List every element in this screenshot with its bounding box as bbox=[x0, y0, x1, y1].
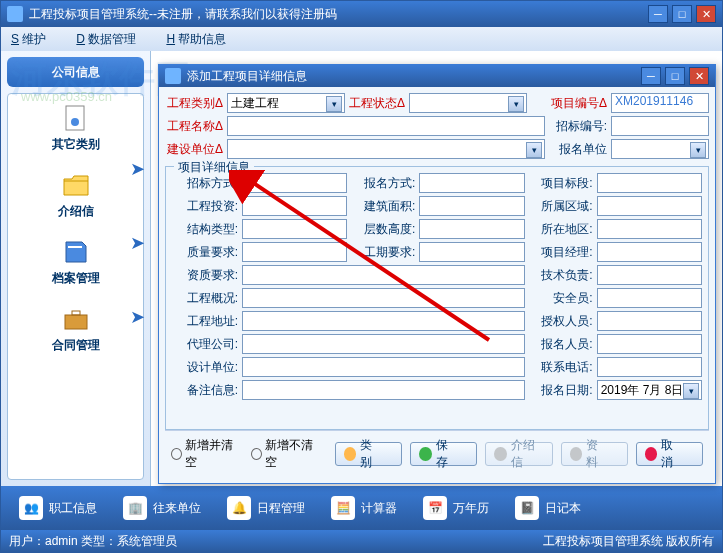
dialog-maximize-button[interactable]: □ bbox=[665, 67, 685, 85]
label-apply-date: 报名日期: bbox=[527, 382, 595, 399]
dialog-close-button[interactable]: ✕ bbox=[689, 67, 709, 85]
folder-icon bbox=[62, 171, 90, 199]
select-apply-unit[interactable] bbox=[611, 139, 709, 159]
input-applicant[interactable] bbox=[597, 334, 702, 354]
input-address[interactable] bbox=[242, 311, 525, 331]
label-design-unit: 设计单位: bbox=[172, 359, 240, 376]
input-section[interactable] bbox=[597, 173, 702, 193]
label-project-number: 项目编号Δ bbox=[551, 95, 609, 112]
input-project-number[interactable]: XM201911146 bbox=[611, 93, 709, 113]
dialog-footer: 新增并清空 新增不清空 类 别 保 存 介绍信 资 料 取 消 bbox=[165, 430, 709, 477]
input-project-name[interactable] bbox=[227, 116, 545, 136]
tool-diary[interactable]: 📓日记本 bbox=[507, 492, 589, 524]
input-manager[interactable] bbox=[597, 242, 702, 262]
sidebar-item-intro[interactable]: 介绍信 bbox=[58, 171, 94, 220]
maximize-button[interactable]: □ bbox=[672, 5, 692, 23]
label-apply-unit: 报名单位 bbox=[547, 141, 609, 158]
input-area[interactable] bbox=[419, 196, 524, 216]
dialog-minimize-button[interactable]: ─ bbox=[641, 67, 661, 85]
label-bid-method: 招标方式: bbox=[172, 175, 240, 192]
svg-rect-4 bbox=[72, 311, 80, 315]
label-area: 建筑面积: bbox=[349, 198, 417, 215]
input-qualification[interactable] bbox=[242, 265, 525, 285]
app-icon bbox=[7, 6, 23, 22]
label-manager: 项目经理: bbox=[527, 244, 595, 261]
tool-calendar[interactable]: 📅万年历 bbox=[415, 492, 497, 524]
radio-new-clear[interactable]: 新增并清空 bbox=[171, 437, 239, 471]
input-apply-method[interactable] bbox=[419, 173, 524, 193]
select-project-status[interactable] bbox=[409, 93, 527, 113]
units-icon: 🏢 bbox=[123, 496, 147, 520]
main-titlebar: 工程投标项目管理系统--未注册，请联系我们以获得注册码 ─ □ ✕ bbox=[1, 1, 722, 27]
select-construction-unit[interactable] bbox=[227, 139, 545, 159]
input-structure[interactable] bbox=[242, 219, 347, 239]
save-button[interactable]: 保 存 bbox=[410, 442, 477, 466]
menu-maintain[interactable]: S 维护 bbox=[11, 31, 46, 48]
label-construction-unit: 建设单位Δ bbox=[165, 141, 225, 158]
tool-schedule[interactable]: 🔔日程管理 bbox=[219, 492, 313, 524]
input-bid-method[interactable] bbox=[242, 173, 347, 193]
sidebar: 公司信息 其它类别 ➤ 介绍信 ➤ 档案管理 ➤ bbox=[1, 51, 151, 486]
label-structure: 结构类型: bbox=[172, 221, 240, 238]
notebook-icon: 📓 bbox=[515, 496, 539, 520]
input-floors[interactable] bbox=[419, 219, 524, 239]
intro-icon bbox=[494, 447, 507, 461]
label-address: 工程地址: bbox=[172, 313, 240, 330]
sidebar-label: 合同管理 bbox=[52, 337, 100, 354]
minimize-button[interactable]: ─ bbox=[648, 5, 668, 23]
label-duration: 工期要求: bbox=[349, 244, 417, 261]
tool-staff[interactable]: 👥职工信息 bbox=[11, 492, 105, 524]
dialog-body: 工程类别Δ 土建工程 工程状态Δ 项目编号Δ XM201911146 工程名称Δ… bbox=[159, 87, 715, 483]
cancel-button[interactable]: 取 消 bbox=[636, 442, 703, 466]
label-remark: 备注信息: bbox=[172, 382, 240, 399]
input-quality[interactable] bbox=[242, 242, 347, 262]
input-apply-date[interactable]: 2019年 7月 8日 bbox=[597, 380, 702, 400]
dialog-icon bbox=[165, 68, 181, 84]
svg-rect-2 bbox=[68, 246, 82, 248]
input-investment[interactable] bbox=[242, 196, 347, 216]
sidebar-header[interactable]: 公司信息 bbox=[7, 57, 144, 87]
input-safety[interactable] bbox=[597, 288, 702, 308]
window-title: 工程投标项目管理系统--未注册，请联系我们以获得注册码 bbox=[29, 6, 648, 23]
sidebar-item-contract[interactable]: 合同管理 bbox=[52, 305, 100, 354]
book-icon bbox=[62, 238, 90, 266]
input-agency[interactable] bbox=[242, 334, 525, 354]
arrow-icon: ➤ bbox=[130, 232, 145, 254]
input-region[interactable] bbox=[597, 196, 702, 216]
select-project-type[interactable]: 土建工程 bbox=[227, 93, 345, 113]
svg-point-1 bbox=[71, 118, 79, 126]
input-duration[interactable] bbox=[419, 242, 524, 262]
label-floors: 层数高度: bbox=[349, 221, 417, 238]
radio-new-keep[interactable]: 新增不清空 bbox=[251, 437, 319, 471]
input-tech-lead[interactable] bbox=[597, 265, 702, 285]
input-auth-person[interactable] bbox=[597, 311, 702, 331]
label-apply-method: 报名方式: bbox=[349, 175, 417, 192]
tool-calculator[interactable]: 🧮计算器 bbox=[323, 492, 405, 524]
sidebar-label: 介绍信 bbox=[58, 203, 94, 220]
input-location[interactable] bbox=[597, 219, 702, 239]
label-location: 所在地区: bbox=[527, 221, 595, 238]
status-right: 工程投标项目管理系统 版权所有 bbox=[543, 533, 714, 550]
material-button[interactable]: 资 料 bbox=[561, 442, 628, 466]
label-phone: 联系电话: bbox=[527, 359, 595, 376]
status-left: 用户：admin 类型：系统管理员 bbox=[9, 533, 177, 550]
sidebar-item-archive[interactable]: 档案管理 bbox=[52, 238, 100, 287]
category-button[interactable]: 类 别 bbox=[335, 442, 402, 466]
input-overview[interactable] bbox=[242, 288, 525, 308]
menu-bar: S 维护 D 数据管理 H 帮助信息 bbox=[1, 27, 722, 51]
tool-units[interactable]: 🏢往来单位 bbox=[115, 492, 209, 524]
intro-button[interactable]: 介绍信 bbox=[485, 442, 552, 466]
input-remark[interactable] bbox=[242, 380, 525, 400]
close-button[interactable]: ✕ bbox=[696, 5, 716, 23]
menu-data[interactable]: D 数据管理 bbox=[76, 31, 136, 48]
sidebar-item-other[interactable]: 其它类别 bbox=[52, 104, 100, 153]
label-region: 所属区域: bbox=[527, 198, 595, 215]
check-icon bbox=[419, 447, 432, 461]
label-quality: 质量要求: bbox=[172, 244, 240, 261]
dialog-title: 添加工程项目详细信息 bbox=[187, 68, 641, 85]
input-bid-number[interactable] bbox=[611, 116, 709, 136]
menu-help[interactable]: H 帮助信息 bbox=[166, 31, 226, 48]
input-design-unit[interactable] bbox=[242, 357, 525, 377]
svg-rect-3 bbox=[65, 315, 87, 329]
input-phone[interactable] bbox=[597, 357, 702, 377]
